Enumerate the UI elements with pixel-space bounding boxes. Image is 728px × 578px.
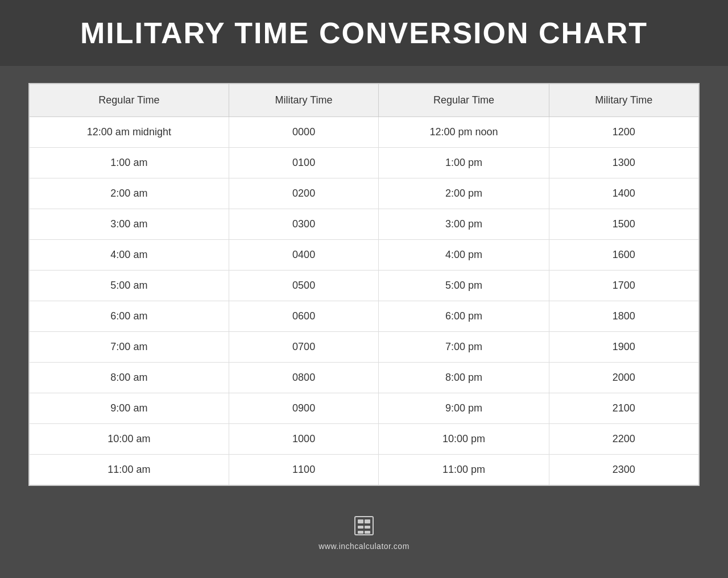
cell-military-time-1: 0900 — [229, 393, 379, 424]
cell-regular-time-1: 1:00 am — [30, 148, 229, 178]
cell-military-time-2: 2100 — [549, 393, 698, 424]
table-row: 5:00 am05005:00 pm1700 — [30, 271, 698, 301]
cell-regular-time-2: 4:00 pm — [379, 240, 549, 271]
table-header-row: Regular Time Military Time Regular Time … — [30, 84, 698, 117]
cell-regular-time-1: 7:00 am — [30, 332, 229, 363]
table-row: 4:00 am04004:00 pm1600 — [30, 240, 698, 271]
table-row: 9:00 am09009:00 pm2100 — [30, 393, 698, 424]
cell-regular-time-1: 11:00 am — [30, 455, 229, 485]
page-title: MILITARY TIME CONVERSION CHART — [23, 16, 705, 50]
page-wrapper: MILITARY TIME CONVERSION CHART Regular T… — [0, 0, 728, 578]
cell-regular-time-1: 5:00 am — [30, 271, 229, 301]
cell-regular-time-1: 9:00 am — [30, 393, 229, 424]
svg-rect-1 — [358, 519, 363, 523]
conversion-table-container: Regular Time Military Time Regular Time … — [28, 83, 700, 486]
table-row: 8:00 am08008:00 pm2000 — [30, 363, 698, 393]
col-header-regular-time-1: Regular Time — [30, 84, 229, 117]
cell-military-time-1: 0200 — [229, 178, 379, 209]
cell-military-time-1: 0700 — [229, 332, 379, 363]
cell-military-time-1: 0000 — [229, 117, 379, 148]
cell-military-time-2: 2300 — [549, 455, 698, 485]
svg-rect-6 — [365, 531, 370, 534]
cell-regular-time-1: 3:00 am — [30, 209, 229, 240]
table-row: 12:00 am midnight000012:00 pm noon1200 — [30, 117, 698, 148]
cell-regular-time-2: 2:00 pm — [379, 178, 549, 209]
footer-url: www.inchcalculator.com — [318, 542, 410, 551]
cell-military-time-1: 0300 — [229, 209, 379, 240]
table-row: 10:00 am100010:00 pm2200 — [30, 424, 698, 455]
cell-regular-time-1: 4:00 am — [30, 240, 229, 271]
cell-regular-time-1: 2:00 am — [30, 178, 229, 209]
svg-rect-5 — [358, 531, 363, 534]
svg-rect-2 — [365, 519, 370, 523]
svg-rect-4 — [365, 526, 370, 529]
cell-regular-time-2: 3:00 pm — [379, 209, 549, 240]
cell-regular-time-2: 5:00 pm — [379, 271, 549, 301]
cell-regular-time-2: 7:00 pm — [379, 332, 549, 363]
table-row: 11:00 am110011:00 pm2300 — [30, 455, 698, 485]
page-footer: www.inchcalculator.com — [307, 503, 421, 562]
page-header: MILITARY TIME CONVERSION CHART — [0, 0, 728, 66]
cell-military-time-2: 1900 — [549, 332, 698, 363]
cell-military-time-2: 2000 — [549, 363, 698, 393]
cell-military-time-1: 0500 — [229, 271, 379, 301]
table-row: 6:00 am06006:00 pm1800 — [30, 301, 698, 332]
cell-regular-time-2: 11:00 pm — [379, 455, 549, 485]
cell-military-time-1: 0600 — [229, 301, 379, 332]
cell-regular-time-2: 12:00 pm noon — [379, 117, 549, 148]
conversion-table: Regular Time Military Time Regular Time … — [30, 84, 698, 485]
table-row: 2:00 am02002:00 pm1400 — [30, 178, 698, 209]
cell-military-time-1: 0100 — [229, 148, 379, 178]
col-header-regular-time-2: Regular Time — [379, 84, 549, 117]
svg-rect-0 — [355, 517, 373, 535]
cell-regular-time-1: 6:00 am — [30, 301, 229, 332]
cell-military-time-2: 2200 — [549, 424, 698, 455]
cell-regular-time-2: 1:00 pm — [379, 148, 549, 178]
cell-military-time-2: 1500 — [549, 209, 698, 240]
cell-regular-time-2: 10:00 pm — [379, 424, 549, 455]
cell-military-time-2: 1700 — [549, 271, 698, 301]
svg-rect-3 — [358, 526, 363, 529]
cell-military-time-2: 1300 — [549, 148, 698, 178]
cell-military-time-1: 0400 — [229, 240, 379, 271]
table-row: 3:00 am03003:00 pm1500 — [30, 209, 698, 240]
col-header-military-time-1: Military Time — [229, 84, 379, 117]
cell-military-time-2: 1400 — [549, 178, 698, 209]
cell-military-time-2: 1800 — [549, 301, 698, 332]
calculator-icon — [353, 514, 375, 537]
cell-military-time-1: 0800 — [229, 363, 379, 393]
cell-military-time-1: 1000 — [229, 424, 379, 455]
cell-military-time-2: 1200 — [549, 117, 698, 148]
col-header-military-time-2: Military Time — [549, 84, 698, 117]
cell-regular-time-2: 9:00 pm — [379, 393, 549, 424]
cell-military-time-2: 1600 — [549, 240, 698, 271]
cell-regular-time-1: 10:00 am — [30, 424, 229, 455]
cell-regular-time-1: 12:00 am midnight — [30, 117, 229, 148]
cell-regular-time-2: 6:00 pm — [379, 301, 549, 332]
table-row: 1:00 am01001:00 pm1300 — [30, 148, 698, 178]
cell-regular-time-1: 8:00 am — [30, 363, 229, 393]
cell-regular-time-2: 8:00 pm — [379, 363, 549, 393]
table-row: 7:00 am07007:00 pm1900 — [30, 332, 698, 363]
cell-military-time-1: 1100 — [229, 455, 379, 485]
